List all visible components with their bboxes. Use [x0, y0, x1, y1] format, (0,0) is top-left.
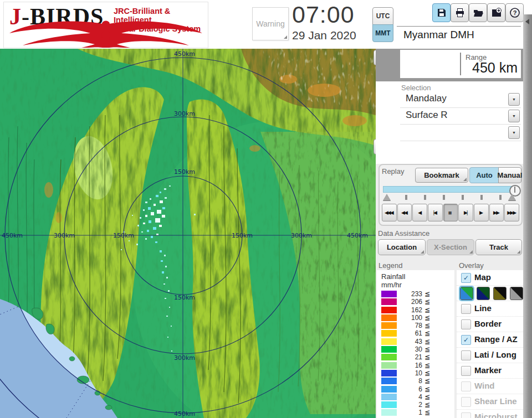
menu-corner-icon	[517, 250, 520, 254]
rewind-button[interactable]: ◀◀	[397, 204, 412, 221]
checkbox-icon[interactable]	[461, 319, 471, 329]
product-dropdown-value: Surface R	[406, 110, 448, 121]
less-equal-icon: ≦	[424, 314, 430, 322]
overlay-item-label: Microburst	[474, 412, 518, 418]
overlay-item-marker[interactable]: Marker	[457, 363, 523, 379]
overlay-item-label: Border	[474, 319, 502, 328]
play-button[interactable]: ▶	[474, 204, 489, 221]
legend-value: 4	[399, 393, 422, 401]
checkbox-icon	[461, 381, 471, 391]
legend-label: Legend	[378, 261, 402, 270]
svg-text:300km: 300km	[174, 110, 195, 117]
less-equal-icon: ≦	[424, 329, 430, 337]
chevron-down-icon[interactable]: ▼	[508, 126, 520, 139]
less-equal-icon: ≦	[424, 409, 430, 416]
control-panel: Range 450 km Selection Mandalay ▼ Surfac…	[376, 49, 523, 418]
checkbox-icon[interactable]	[461, 304, 471, 314]
range-zone: Range 450 km	[376, 49, 523, 81]
export-button[interactable]	[487, 3, 505, 22]
rewind-fastest-button[interactable]: ◀◀◀	[382, 204, 397, 221]
track-button[interactable]: Track	[475, 239, 522, 255]
svg-text:450km: 450km	[174, 410, 195, 417]
menu-corner-icon	[421, 250, 424, 254]
legend-color-swatch	[381, 314, 397, 321]
menu-corner-icon	[463, 178, 467, 181]
add-window-icon	[491, 7, 502, 18]
product-dropdown[interactable]: Surface R ▼	[400, 107, 521, 125]
manual-button[interactable]: Manual	[498, 167, 521, 183]
legend-color-swatch	[381, 338, 397, 345]
legend-row: 100≦	[377, 314, 454, 322]
chevron-down-icon[interactable]: ▼	[508, 110, 520, 122]
legend-value: 1	[399, 409, 422, 416]
replay-slider-track[interactable]	[383, 186, 515, 193]
stop-button[interactable]: ■	[443, 204, 458, 221]
map-style-swatches	[457, 286, 523, 301]
overlay-item-shear-line: Shear Line	[457, 394, 523, 410]
legend-color-swatch	[381, 362, 397, 369]
save-icon	[436, 7, 447, 18]
svg-text:450km: 450km	[347, 232, 368, 239]
overlay-item-border[interactable]: Border	[457, 317, 523, 332]
skip-end-button[interactable]: ▶|	[458, 204, 473, 221]
skip-start-button[interactable]: |◀	[428, 204, 443, 221]
map-style-navy-green[interactable]	[477, 287, 490, 300]
collapse-arrow-icon[interactable]	[525, 19, 529, 24]
forward-fastest-button[interactable]: ▶▶▶	[504, 204, 519, 221]
legend-color-swatch	[381, 291, 397, 297]
overlay-item-lati-long[interactable]: Lati / Long	[457, 348, 523, 363]
overlay-item-line[interactable]: Line	[457, 301, 523, 317]
location-button[interactable]: Location	[378, 239, 426, 255]
less-equal-icon: ≦	[424, 306, 430, 314]
legend-value: 43	[399, 338, 422, 345]
step-back-button[interactable]: ◀	[412, 204, 427, 221]
slider-end-marker[interactable]	[508, 194, 516, 200]
checkbox-icon	[461, 397, 471, 407]
legend-color-swatch	[381, 354, 397, 360]
utc-toggle-button[interactable]: UTC	[372, 7, 393, 25]
warning-button[interactable]: Warning	[252, 7, 289, 40]
station-title: Myanmar DMH	[403, 29, 474, 41]
less-equal-icon: ≦	[424, 393, 430, 401]
help-button[interactable]: ?	[505, 3, 524, 22]
auto-button[interactable]: Auto	[469, 167, 499, 183]
overlay-item-range-az[interactable]: ✓Range / AZ	[457, 332, 523, 348]
legend-color-swatch	[381, 386, 397, 393]
option-dropdown[interactable]: ▼	[400, 124, 521, 141]
legend-row: 1≦	[377, 409, 454, 416]
replay-label: Replay	[382, 167, 404, 176]
panel-scrollbar[interactable]	[523, 14, 532, 418]
legend-row: 6≦	[377, 385, 454, 393]
slider-start-marker[interactable]	[383, 194, 391, 200]
checkbox-icon[interactable]	[461, 366, 471, 376]
open-file-button[interactable]	[469, 3, 487, 22]
legend-value: 233	[399, 290, 422, 298]
legend-row: 16≦	[377, 362, 454, 369]
map-style-blue-green[interactable]	[460, 287, 473, 300]
legend-value: 6	[399, 385, 422, 393]
overlay-item-label: Shear Line	[474, 396, 517, 406]
radar-map[interactable]: 450km 300km 150km 150km 300km 450km 450k…	[0, 49, 376, 418]
bookmark-button[interactable]: Bookmark	[415, 168, 468, 183]
overlay-item-map[interactable]: ✓Map	[457, 270, 523, 286]
overlay-item-label: Map	[474, 272, 491, 282]
forward-button[interactable]: ▶▶	[489, 204, 504, 221]
save-button[interactable]	[432, 3, 451, 22]
checkbox-icon[interactable]	[461, 350, 471, 360]
mmt-toggle-button[interactable]: MMT	[372, 24, 393, 42]
chevron-down-icon[interactable]: ▼	[508, 93, 520, 106]
site-dropdown[interactable]: Mandalay ▼	[400, 91, 521, 108]
less-equal-icon: ≦	[424, 362, 430, 369]
checkbox-checked-icon[interactable]: ✓	[461, 335, 471, 345]
legend-row: 206≦	[377, 298, 454, 306]
checkbox-checked-icon[interactable]: ✓	[461, 273, 471, 283]
print-button[interactable]	[451, 3, 469, 22]
playback-buttons: ◀◀◀◀◀◀|◀■▶|▶▶▶▶▶▶	[382, 204, 519, 221]
legend-row: 43≦	[377, 338, 454, 345]
legend-row: 162≦	[377, 306, 454, 314]
map-style-gray-black[interactable]	[510, 287, 523, 300]
map-style-olive-black[interactable]	[493, 287, 507, 300]
overlay-item-label: Wind	[474, 381, 495, 390]
legend-color-swatch	[381, 346, 397, 353]
overlay-panel: ✓MapLineBorder✓Range / AZLati / LongMark…	[457, 270, 523, 418]
